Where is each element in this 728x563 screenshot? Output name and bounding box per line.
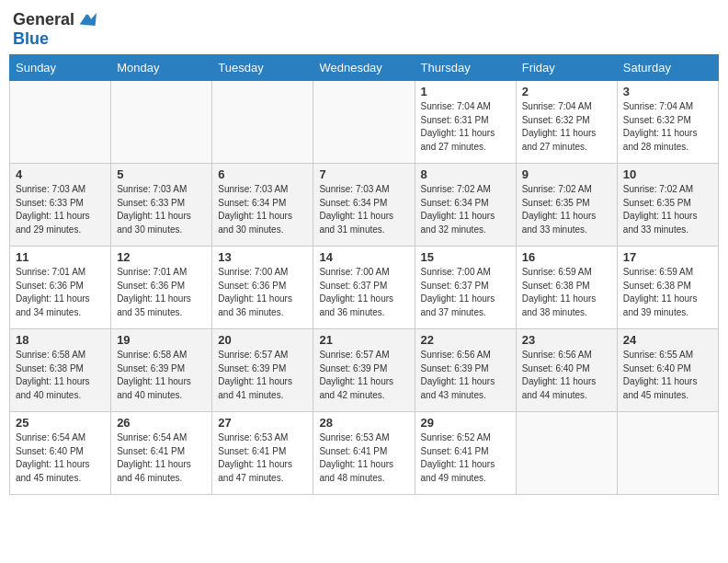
day-number: 24: [623, 333, 712, 347]
calendar-cell: 27Sunrise: 6:53 AM Sunset: 6:41 PM Dayli…: [212, 412, 313, 495]
day-info: Sunrise: 7:04 AM Sunset: 6:32 PM Dayligh…: [522, 100, 611, 154]
calendar-cell: 1Sunrise: 7:04 AM Sunset: 6:31 PM Daylig…: [415, 81, 516, 164]
calendar-cell: 24Sunrise: 6:55 AM Sunset: 6:40 PM Dayli…: [617, 329, 718, 412]
calendar-cell: 2Sunrise: 7:04 AM Sunset: 6:32 PM Daylig…: [516, 81, 617, 164]
day-info: Sunrise: 7:03 AM Sunset: 6:33 PM Dayligh…: [16, 183, 105, 236]
calendar-cell: 4Sunrise: 7:03 AM Sunset: 6:33 PM Daylig…: [10, 164, 111, 247]
day-number: 20: [218, 333, 307, 347]
calendar-cell: 25Sunrise: 6:54 AM Sunset: 6:40 PM Dayli…: [10, 412, 111, 495]
calendar-week-row: 11Sunrise: 7:01 AM Sunset: 6:36 PM Dayli…: [10, 247, 719, 329]
calendar-table: SundayMondayTuesdayWednesdayThursdayFrid…: [9, 54, 719, 495]
calendar-cell: 6Sunrise: 7:03 AM Sunset: 6:34 PM Daylig…: [212, 164, 313, 247]
calendar-cell: [516, 412, 617, 495]
day-info: Sunrise: 7:04 AM Sunset: 6:32 PM Dayligh…: [623, 100, 712, 154]
day-info: Sunrise: 7:02 AM Sunset: 6:34 PM Dayligh…: [421, 183, 510, 236]
day-number: 11: [16, 250, 105, 264]
calendar-cell: 10Sunrise: 7:02 AM Sunset: 6:35 PM Dayli…: [617, 164, 718, 247]
calendar-cell: 11Sunrise: 7:01 AM Sunset: 6:36 PM Dayli…: [10, 247, 111, 329]
day-number: 26: [117, 416, 206, 430]
calendar-cell: 12Sunrise: 7:01 AM Sunset: 6:36 PM Dayli…: [111, 247, 212, 329]
day-info: Sunrise: 7:02 AM Sunset: 6:35 PM Dayligh…: [623, 183, 712, 236]
day-number: 22: [421, 333, 510, 347]
calendar-week-row: 25Sunrise: 6:54 AM Sunset: 6:40 PM Dayli…: [10, 412, 719, 495]
calendar-cell: 13Sunrise: 7:00 AM Sunset: 6:36 PM Dayli…: [212, 247, 313, 329]
column-header-saturday: Saturday: [617, 55, 718, 81]
day-info: Sunrise: 6:58 AM Sunset: 6:39 PM Dayligh…: [117, 349, 206, 402]
calendar-cell: 8Sunrise: 7:02 AM Sunset: 6:34 PM Daylig…: [415, 164, 516, 247]
calendar-cell: 28Sunrise: 6:53 AM Sunset: 6:41 PM Dayli…: [313, 412, 415, 495]
day-info: Sunrise: 7:01 AM Sunset: 6:36 PM Dayligh…: [16, 266, 105, 319]
day-number: 7: [319, 167, 408, 181]
day-info: Sunrise: 7:00 AM Sunset: 6:37 PM Dayligh…: [421, 266, 510, 319]
day-number: 28: [319, 416, 408, 430]
day-info: Sunrise: 7:04 AM Sunset: 6:31 PM Dayligh…: [421, 100, 510, 154]
logo-general-text: General: [13, 10, 74, 29]
calendar-cell: [212, 81, 313, 164]
day-info: Sunrise: 6:54 AM Sunset: 6:41 PM Dayligh…: [117, 431, 206, 485]
calendar-cell: [111, 81, 212, 164]
day-info: Sunrise: 7:01 AM Sunset: 6:36 PM Dayligh…: [117, 266, 206, 319]
logo-bird-icon: [76, 9, 97, 29]
calendar-cell: 9Sunrise: 7:02 AM Sunset: 6:35 PM Daylig…: [516, 164, 617, 247]
calendar-cell: 7Sunrise: 7:03 AM Sunset: 6:34 PM Daylig…: [313, 164, 415, 247]
calendar-cell: 5Sunrise: 7:03 AM Sunset: 6:33 PM Daylig…: [111, 164, 212, 247]
column-header-wednesday: Wednesday: [313, 55, 415, 81]
calendar-cell: [313, 81, 415, 164]
logo: General Blue: [13, 9, 97, 49]
calendar-header-row: SundayMondayTuesdayWednesdayThursdayFrid…: [10, 55, 719, 81]
day-number: 23: [522, 333, 611, 347]
day-info: Sunrise: 6:53 AM Sunset: 6:41 PM Dayligh…: [218, 431, 307, 485]
day-number: 12: [117, 250, 206, 264]
day-info: Sunrise: 6:53 AM Sunset: 6:41 PM Dayligh…: [319, 431, 408, 485]
day-info: Sunrise: 6:55 AM Sunset: 6:40 PM Dayligh…: [623, 349, 712, 402]
column-header-monday: Monday: [111, 55, 212, 81]
day-info: Sunrise: 7:02 AM Sunset: 6:35 PM Dayligh…: [522, 183, 611, 236]
day-number: 9: [522, 167, 611, 181]
day-info: Sunrise: 6:58 AM Sunset: 6:38 PM Dayligh…: [16, 349, 105, 402]
day-number: 15: [421, 250, 510, 264]
day-number: 5: [117, 167, 206, 181]
calendar-cell: 17Sunrise: 6:59 AM Sunset: 6:38 PM Dayli…: [617, 247, 718, 329]
day-number: 19: [117, 333, 206, 347]
day-info: Sunrise: 6:56 AM Sunset: 6:40 PM Dayligh…: [522, 349, 611, 402]
calendar-cell: 14Sunrise: 7:00 AM Sunset: 6:37 PM Dayli…: [313, 247, 415, 329]
calendar-cell: 23Sunrise: 6:56 AM Sunset: 6:40 PM Dayli…: [516, 329, 617, 412]
day-number: 13: [218, 250, 307, 264]
day-info: Sunrise: 7:03 AM Sunset: 6:33 PM Dayligh…: [117, 183, 206, 236]
day-number: 25: [16, 416, 105, 430]
day-info: Sunrise: 6:59 AM Sunset: 6:38 PM Dayligh…: [623, 266, 712, 319]
day-info: Sunrise: 6:52 AM Sunset: 6:41 PM Dayligh…: [421, 431, 510, 485]
calendar-cell: 15Sunrise: 7:00 AM Sunset: 6:37 PM Dayli…: [415, 247, 516, 329]
day-number: 16: [522, 250, 611, 264]
calendar-week-row: 18Sunrise: 6:58 AM Sunset: 6:38 PM Dayli…: [10, 329, 719, 412]
day-info: Sunrise: 7:00 AM Sunset: 6:37 PM Dayligh…: [319, 266, 408, 319]
day-info: Sunrise: 7:03 AM Sunset: 6:34 PM Dayligh…: [218, 183, 307, 236]
calendar-cell: 20Sunrise: 6:57 AM Sunset: 6:39 PM Dayli…: [212, 329, 313, 412]
day-info: Sunrise: 6:54 AM Sunset: 6:40 PM Dayligh…: [16, 431, 105, 485]
column-header-sunday: Sunday: [10, 55, 111, 81]
day-info: Sunrise: 7:00 AM Sunset: 6:36 PM Dayligh…: [218, 266, 307, 319]
logo-blue-text: Blue: [13, 29, 49, 49]
day-number: 21: [319, 333, 408, 347]
day-info: Sunrise: 6:57 AM Sunset: 6:39 PM Dayligh…: [218, 349, 307, 402]
calendar-cell: 16Sunrise: 6:59 AM Sunset: 6:38 PM Dayli…: [516, 247, 617, 329]
calendar-cell: 18Sunrise: 6:58 AM Sunset: 6:38 PM Dayli…: [10, 329, 111, 412]
calendar-week-row: 4Sunrise: 7:03 AM Sunset: 6:33 PM Daylig…: [10, 164, 719, 247]
day-number: 10: [623, 167, 712, 181]
day-number: 17: [623, 250, 712, 264]
day-number: 3: [623, 85, 712, 98]
day-info: Sunrise: 6:57 AM Sunset: 6:39 PM Dayligh…: [319, 349, 408, 402]
calendar-cell: 22Sunrise: 6:56 AM Sunset: 6:39 PM Dayli…: [415, 329, 516, 412]
day-number: 18: [16, 333, 105, 347]
calendar-cell: 29Sunrise: 6:52 AM Sunset: 6:41 PM Dayli…: [415, 412, 516, 495]
page-header: General Blue: [9, 9, 719, 49]
calendar-cell: [617, 412, 718, 495]
calendar-cell: 26Sunrise: 6:54 AM Sunset: 6:41 PM Dayli…: [111, 412, 212, 495]
calendar-week-row: 1Sunrise: 7:04 AM Sunset: 6:31 PM Daylig…: [10, 81, 719, 164]
day-info: Sunrise: 7:03 AM Sunset: 6:34 PM Dayligh…: [319, 183, 408, 236]
day-number: 14: [319, 250, 408, 264]
column-header-thursday: Thursday: [415, 55, 516, 81]
day-number: 27: [218, 416, 307, 430]
day-info: Sunrise: 6:59 AM Sunset: 6:38 PM Dayligh…: [522, 266, 611, 319]
calendar-cell: [10, 81, 111, 164]
